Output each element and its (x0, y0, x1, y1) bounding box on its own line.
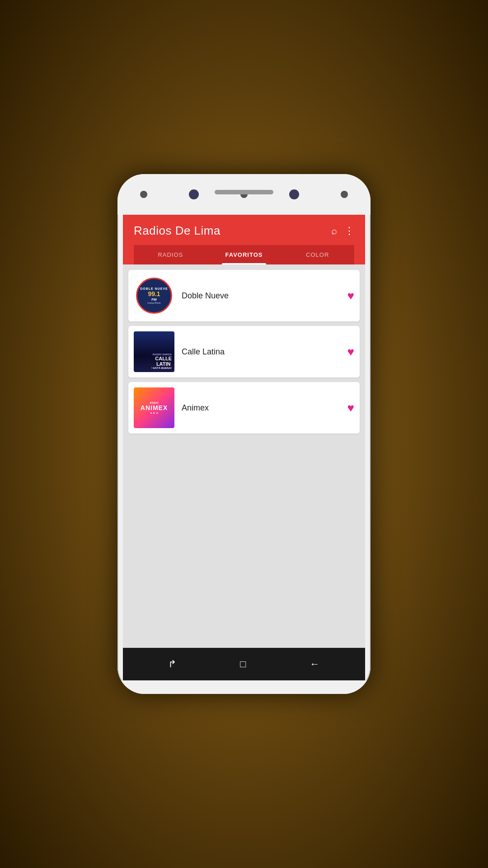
header-top: Radios De Lima ⌕ ⋮ (134, 224, 354, 245)
header-actions: ⌕ ⋮ (331, 225, 354, 237)
recents-nav-icon[interactable]: ↱ (168, 658, 176, 670)
favorites-list: DOBLE NUEVE 99.1 FM Lima·Perú Doble Nuev… (123, 264, 365, 648)
back-nav-icon[interactable]: ← (310, 658, 320, 670)
radio-logo-doble-nueve: DOBLE NUEVE 99.1 FM Lima·Perú (134, 275, 174, 316)
favorite-heart-animex[interactable]: ♥ (347, 401, 354, 415)
camera-dot (189, 189, 199, 199)
dot-4 (289, 189, 299, 199)
radio-card-animex[interactable]: RADIO ANIMEX ✦ ✦ ✦ Animex ♥ (128, 382, 360, 434)
phone-top-bar (117, 174, 371, 215)
favorite-heart-doble-nueve[interactable]: ♥ (347, 289, 354, 303)
dot-5 (341, 191, 348, 198)
radio-name-doble-nueve: Doble Nueve (182, 291, 340, 301)
radio-logo-animex: RADIO ANIMEX ✦ ✦ ✦ (134, 387, 174, 428)
phone-screen: Radios De Lima ⌕ ⋮ RADIOS FAVORITOS COLO… (123, 215, 365, 680)
tab-favoritos[interactable]: FAVORITOS (207, 245, 281, 264)
nav-bar: ↱ □ ← (123, 648, 365, 680)
phone-bottom (117, 680, 371, 694)
favorite-heart-calle-latina[interactable]: ♥ (347, 345, 354, 359)
radio-name-animex: Animex (182, 403, 340, 413)
tabs-bar: RADIOS FAVORITOS COLOR (134, 245, 354, 264)
radio-name-calle-latina: Calle Latina (182, 347, 340, 357)
radio-card-doble-nueve[interactable]: DOBLE NUEVE 99.1 FM Lima·Perú Doble Nuev… (128, 270, 360, 321)
tab-radios[interactable]: RADIOS (134, 245, 207, 264)
speaker (215, 190, 273, 194)
app-title: Radios De Lima (134, 224, 221, 238)
phone-frame: Radios De Lima ⌕ ⋮ RADIOS FAVORITOS COLO… (117, 174, 371, 694)
tab-color[interactable]: COLOR (281, 245, 354, 264)
radio-logo-calle-latina: RADIO SARSA CALLELATIN ! ESTÁ BUENA! (134, 331, 174, 372)
sensor-dot (140, 191, 147, 198)
app-header: Radios De Lima ⌕ ⋮ RADIOS FAVORITOS COLO… (123, 215, 365, 264)
more-options-icon[interactable]: ⋮ (344, 225, 354, 237)
search-icon[interactable]: ⌕ (331, 225, 337, 237)
radio-card-calle-latina[interactable]: RADIO SARSA CALLELATIN ! ESTÁ BUENA! Cal… (128, 326, 360, 377)
home-nav-icon[interactable]: □ (240, 658, 246, 670)
